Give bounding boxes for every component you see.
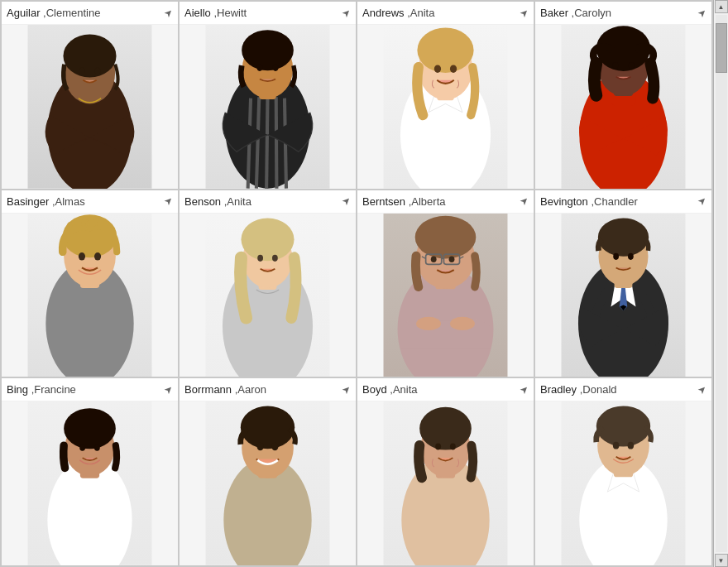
card-photo-basinger — [2, 214, 178, 377]
svg-point-96 — [628, 442, 634, 449]
svg-point-16 — [242, 30, 294, 70]
scroll-up-button[interactable]: ▲ — [715, 0, 728, 13]
card-photo-benson — [180, 214, 356, 377]
card-benson: Benson ,Anita➤ — [180, 190, 356, 377]
card-header-benson: Benson ,Anita➤ — [180, 190, 356, 214]
pin-icon-berntsen[interactable]: ➤ — [518, 195, 532, 209]
scrollbar[interactable]: ▲ ▼ — [713, 0, 728, 567]
svg-point-18 — [273, 65, 279, 71]
svg-point-23 — [417, 27, 473, 73]
card-bevington: Bevington ,Chandler➤ — [535, 190, 711, 377]
card-header-borrmann: Borrmann ,Aaron➤ — [180, 378, 356, 401]
svg-point-39 — [79, 252, 85, 261]
svg-point-95 — [613, 442, 619, 449]
avatar-svg-bing — [2, 401, 178, 565]
avatar-svg-aiello — [180, 25, 356, 189]
scrollbar-thumb[interactable] — [716, 23, 727, 73]
card-header-andrews: Andrews ,Anita➤ — [357, 2, 534, 25]
card-bradley: Bradley ,Donald➤ — [535, 378, 711, 565]
svg-point-61 — [449, 256, 455, 262]
svg-point-94 — [596, 406, 650, 447]
scroll-down-button[interactable]: ▼ — [715, 554, 728, 567]
svg-point-6 — [95, 68, 101, 74]
svg-point-45 — [241, 218, 294, 261]
svg-line-12 — [276, 97, 277, 188]
svg-point-89 — [450, 444, 456, 450]
avatar-svg-boyd — [357, 401, 534, 565]
svg-point-74 — [79, 444, 85, 450]
svg-point-60 — [431, 256, 437, 262]
card-header-aiello: Aiello ,Hewitt➤ — [180, 2, 356, 25]
card-photo-aguilar — [2, 25, 178, 189]
card-basinger: Basinger ,Almas➤ — [2, 190, 178, 377]
avatar-svg-andrews — [357, 25, 534, 189]
pin-icon-benson[interactable]: ➤ — [340, 195, 354, 209]
card-aguilar: Aguilar ,Clementine➤ — [2, 2, 178, 189]
card-name-borrmann: Borrmann ,Aaron — [184, 383, 266, 396]
svg-point-33 — [629, 62, 635, 69]
card-boyd: Boyd ,Anita➤ — [357, 378, 534, 565]
svg-point-40 — [94, 252, 101, 261]
pin-icon-baker[interactable]: ➤ — [696, 6, 710, 20]
svg-point-32 — [613, 62, 619, 69]
svg-point-68 — [628, 252, 634, 259]
card-bing: Bing ,Francine➤ — [2, 378, 178, 565]
card-photo-baker — [535, 25, 711, 189]
card-photo-berntsen — [357, 214, 534, 377]
card-photo-bradley — [535, 401, 711, 565]
card-name-boyd: Boyd ,Anita — [362, 383, 418, 396]
pin-icon-aiello[interactable]: ➤ — [340, 6, 354, 20]
card-name-andrews: Andrews ,Anita — [362, 7, 434, 19]
svg-point-67 — [613, 252, 619, 259]
svg-point-51 — [450, 316, 475, 329]
pin-icon-bing[interactable]: ➤ — [162, 382, 176, 396]
pin-icon-basinger[interactable]: ➤ — [162, 195, 176, 209]
pin-icon-aguilar[interactable]: ➤ — [162, 6, 176, 20]
avatar-svg-borrmann — [180, 401, 356, 565]
pin-icon-bradley[interactable]: ➤ — [696, 382, 710, 396]
card-photo-borrmann — [180, 401, 356, 565]
card-name-bevington: Bevington ,Chandler — [540, 195, 638, 208]
card-name-bradley: Bradley ,Donald — [540, 383, 617, 396]
avatar-svg-benson — [180, 214, 356, 377]
card-borrmann: Borrmann ,Aaron➤ — [180, 378, 356, 565]
card-header-aguilar: Aguilar ,Clementine➤ — [2, 2, 178, 25]
pin-icon-borrmann[interactable]: ➤ — [340, 382, 354, 396]
svg-point-54 — [415, 215, 477, 258]
svg-point-5 — [79, 68, 85, 74]
avatar-svg-berntsen — [357, 214, 534, 377]
pin-icon-bevington[interactable]: ➤ — [696, 195, 710, 209]
scrollbar-track[interactable] — [716, 15, 727, 552]
avatar-svg-bevington — [535, 214, 711, 377]
svg-point-87 — [419, 407, 472, 450]
card-header-basinger: Basinger ,Almas➤ — [2, 190, 178, 214]
card-header-bradley: Bradley ,Donald➤ — [535, 378, 711, 401]
card-name-aiello: Aiello ,Hewitt — [184, 7, 247, 19]
card-header-baker: Baker ,Carolyn➤ — [535, 2, 711, 25]
avatar-svg-basinger — [2, 214, 178, 377]
svg-point-4 — [63, 35, 116, 78]
card-photo-aiello — [180, 25, 356, 189]
svg-point-38 — [63, 214, 117, 257]
card-aiello: Aiello ,Hewitt➤ — [180, 2, 356, 189]
card-header-bing: Bing ,Francine➤ — [2, 378, 178, 401]
card-name-aguilar: Aguilar ,Clementine — [7, 7, 100, 19]
svg-point-80 — [241, 406, 295, 449]
pin-icon-boyd[interactable]: ➤ — [518, 382, 532, 396]
svg-point-24 — [434, 65, 441, 73]
svg-point-47 — [272, 254, 278, 261]
people-grid: Aguilar ,Clementine➤ Aiello ,Hewitt➤ — [0, 0, 713, 567]
avatar-svg-aguilar — [2, 25, 178, 189]
card-photo-andrews — [357, 25, 534, 189]
svg-point-50 — [416, 316, 441, 329]
svg-point-73 — [64, 409, 116, 449]
svg-line-11 — [266, 97, 267, 189]
card-baker: Baker ,Carolyn➤ — [535, 2, 711, 189]
svg-point-46 — [257, 254, 263, 261]
card-name-basinger: Basinger ,Almas — [7, 195, 85, 208]
avatar-svg-bradley — [535, 401, 711, 565]
pin-icon-andrews[interactable]: ➤ — [518, 6, 532, 20]
card-berntsen: Berntsen ,Alberta➤ — [357, 190, 534, 377]
svg-point-25 — [450, 65, 457, 73]
card-name-bing: Bing ,Francine — [7, 383, 76, 396]
